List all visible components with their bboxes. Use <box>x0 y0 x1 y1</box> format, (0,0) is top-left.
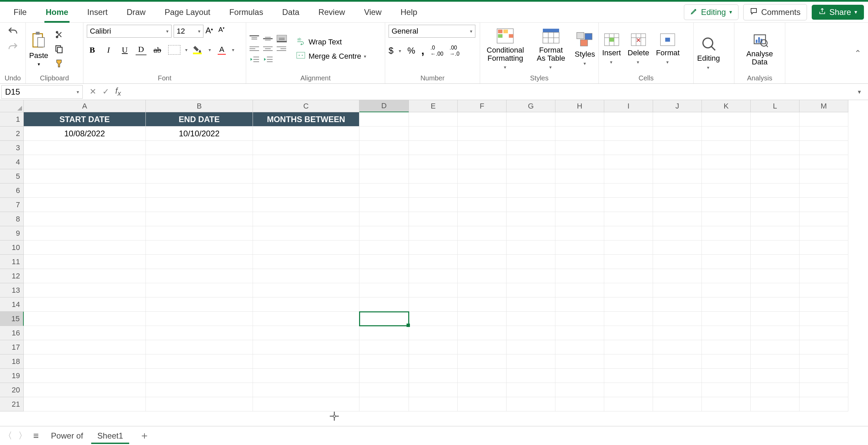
cell-K9[interactable] <box>702 226 751 240</box>
cell-A13[interactable] <box>24 283 146 297</box>
cell-H16[interactable] <box>555 326 604 340</box>
cell-A19[interactable] <box>24 369 146 383</box>
column-header-I[interactable]: I <box>604 100 653 112</box>
cell-C2[interactable] <box>253 127 359 141</box>
column-header-C[interactable]: C <box>253 100 359 112</box>
shrink-font-button[interactable]: A▾ <box>218 26 229 37</box>
cell-D12[interactable] <box>359 269 409 283</box>
cell-A18[interactable] <box>24 354 146 369</box>
cell-C5[interactable] <box>253 169 359 183</box>
sheet-nav-prev-button[interactable]: 〈 <box>3 430 12 442</box>
cell-F21[interactable] <box>458 397 507 411</box>
cell-K21[interactable] <box>702 397 751 411</box>
cell-E5[interactable] <box>409 169 458 183</box>
cell-F16[interactable] <box>458 326 507 340</box>
align-bottom-button[interactable] <box>277 35 287 42</box>
cell-H17[interactable] <box>555 340 604 354</box>
cell-B11[interactable] <box>146 255 253 269</box>
cell-A8[interactable] <box>24 212 146 226</box>
comma-format-button[interactable]: , <box>421 44 425 57</box>
cell-A10[interactable] <box>24 240 146 255</box>
cell-B21[interactable] <box>146 397 253 411</box>
cell-I3[interactable] <box>604 141 653 155</box>
cell-C19[interactable] <box>253 369 359 383</box>
cell-E14[interactable] <box>409 297 458 312</box>
column-header-E[interactable]: E <box>409 100 458 112</box>
double-underline-button[interactable]: D <box>136 44 146 55</box>
cell-K13[interactable] <box>702 283 751 297</box>
cell-L1[interactable] <box>751 112 800 127</box>
cell-L15[interactable] <box>751 312 800 326</box>
cell-D14[interactable] <box>359 297 409 312</box>
row-header-4[interactable]: 4 <box>0 155 24 169</box>
cell-M2[interactable] <box>800 127 848 141</box>
row-header-11[interactable]: 11 <box>0 255 24 269</box>
cell-L10[interactable] <box>751 240 800 255</box>
cell-L16[interactable] <box>751 326 800 340</box>
cell-J1[interactable] <box>653 112 702 127</box>
cell-I17[interactable] <box>604 340 653 354</box>
menu-tab-data[interactable]: Data <box>273 2 309 23</box>
cell-F3[interactable] <box>458 141 507 155</box>
cell-styles-button[interactable]: Styles▾ <box>575 32 595 66</box>
cell-C1[interactable]: MONTHS BETWEEN <box>253 112 359 127</box>
cell-I20[interactable] <box>604 383 653 397</box>
cell-M16[interactable] <box>800 326 848 340</box>
font-color-button[interactable]: A <box>216 45 227 55</box>
redo-button[interactable] <box>6 40 20 54</box>
cell-K7[interactable] <box>702 198 751 212</box>
cell-H12[interactable] <box>555 269 604 283</box>
enter-formula-button[interactable]: ✓ <box>102 87 109 96</box>
editing-dropdown-button[interactable]: Editing▾ <box>697 36 720 70</box>
cell-A15[interactable] <box>24 312 146 326</box>
cell-D4[interactable] <box>359 155 409 169</box>
cell-E10[interactable] <box>409 240 458 255</box>
cell-F14[interactable] <box>458 297 507 312</box>
cell-B5[interactable] <box>146 169 253 183</box>
cell-D13[interactable] <box>359 283 409 297</box>
cell-B12[interactable] <box>146 269 253 283</box>
cell-G6[interactable] <box>507 183 555 198</box>
cell-E17[interactable] <box>409 340 458 354</box>
format-as-table-button[interactable]: Format As Table▾ <box>535 28 567 70</box>
row-header-20[interactable]: 20 <box>0 383 24 397</box>
menu-tab-home[interactable]: Home <box>36 2 78 23</box>
cell-K20[interactable] <box>702 383 751 397</box>
cell-B3[interactable] <box>146 141 253 155</box>
cell-K5[interactable] <box>702 169 751 183</box>
cell-G1[interactable] <box>507 112 555 127</box>
cell-E9[interactable] <box>409 226 458 240</box>
cell-L18[interactable] <box>751 354 800 369</box>
mode-editing-button[interactable]: Editing ▾ <box>684 4 738 20</box>
cell-B16[interactable] <box>146 326 253 340</box>
cell-M17[interactable] <box>800 340 848 354</box>
cell-G5[interactable] <box>507 169 555 183</box>
cell-C12[interactable] <box>253 269 359 283</box>
cell-G12[interactable] <box>507 269 555 283</box>
sheet-nav-next-button[interactable]: 〉 <box>18 430 27 442</box>
decrease-decimal-button[interactable]: .00→.0 <box>450 45 459 57</box>
menu-tab-page-layout[interactable]: Page Layout <box>155 2 220 23</box>
align-top-button[interactable] <box>250 35 259 42</box>
cell-D6[interactable] <box>359 183 409 198</box>
cell-L2[interactable] <box>751 127 800 141</box>
sheet-tab-sheet1[interactable]: Sheet1 <box>91 428 129 443</box>
cell-C4[interactable] <box>253 155 359 169</box>
font-name-select[interactable]: Calibri▾ <box>87 25 172 38</box>
column-header-B[interactable]: B <box>146 100 253 112</box>
cell-C15[interactable] <box>253 312 359 326</box>
cell-J8[interactable] <box>653 212 702 226</box>
cell-M4[interactable] <box>800 155 848 169</box>
cell-C8[interactable] <box>253 212 359 226</box>
cell-K8[interactable] <box>702 212 751 226</box>
cell-D9[interactable] <box>359 226 409 240</box>
cell-F20[interactable] <box>458 383 507 397</box>
cell-C9[interactable] <box>253 226 359 240</box>
cell-C21[interactable] <box>253 397 359 411</box>
cell-C18[interactable] <box>253 354 359 369</box>
cell-G20[interactable] <box>507 383 555 397</box>
cell-M20[interactable] <box>800 383 848 397</box>
cell-G2[interactable] <box>507 127 555 141</box>
cell-F9[interactable] <box>458 226 507 240</box>
cell-J9[interactable] <box>653 226 702 240</box>
